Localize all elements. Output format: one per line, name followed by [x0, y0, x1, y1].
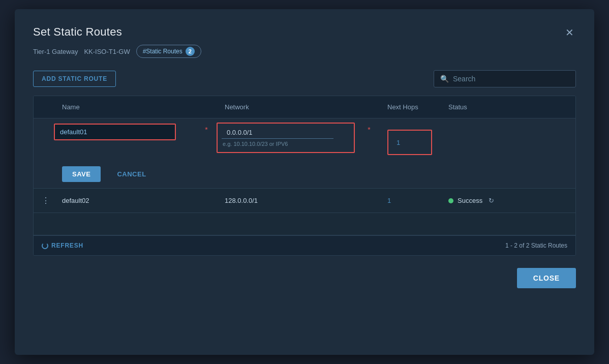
network-input[interactable]	[222, 127, 333, 139]
search-box: 🔍	[434, 70, 576, 87]
row-name: default02	[54, 190, 196, 211]
th-status: Status	[440, 96, 575, 118]
save-button[interactable]: SAVE	[62, 166, 101, 182]
pagination-text: 1 - 2 of 2 Static Routes	[505, 242, 567, 249]
breadcrumb-tier: Tier-1 Gateway	[33, 48, 78, 55]
close-modal-button[interactable]: CLOSE	[517, 268, 576, 288]
breadcrumb-gateway: KK-ISO-T1-GW	[84, 48, 130, 55]
modal-header: Set Static Routes ✕	[33, 25, 576, 40]
modal-close-icon-btn[interactable]: ✕	[563, 25, 576, 40]
refresh-status-icon[interactable]: ↻	[489, 197, 494, 204]
breadcrumb-badge-count: 2	[186, 47, 195, 56]
cancel-button[interactable]: CANCEL	[109, 166, 154, 182]
status-cell: Success ↻	[448, 197, 567, 204]
edit-grid: * e.g. 10.10.10.0/23 or IPV6 * 1	[34, 118, 575, 162]
network-cell: e.g. 10.10.10.0/23 or IPV6	[217, 118, 359, 153]
empty-row	[34, 213, 575, 235]
table-row: ⋮ default02 128.0.0.0/1 1 Success ↻	[34, 189, 575, 213]
modal-container: Set Static Routes ✕ Tier-1 Gateway KK-IS…	[15, 9, 594, 355]
th-menu	[34, 96, 54, 118]
row-dots-menu[interactable]: ⋮	[34, 189, 54, 213]
th-nexthops: Next Hops	[379, 96, 440, 118]
th-req2	[359, 96, 379, 118]
edit-row-dots	[34, 118, 54, 133]
row-req1	[196, 194, 217, 208]
status-cell-edit	[440, 118, 575, 133]
status-dot	[448, 198, 453, 203]
table-footer: REFRESH 1 - 2 of 2 Static Routes	[34, 235, 575, 255]
row-network: 128.0.0.0/1	[217, 190, 359, 211]
network-hint: e.g. 10.10.10.0/23 or IPV6	[218, 139, 354, 147]
next-hops-value: 1	[397, 139, 400, 146]
name-cell	[54, 118, 196, 140]
modal-footer: CLOSE	[33, 268, 576, 288]
status-text: Success	[458, 197, 482, 204]
modal-title: Set Static Routes	[33, 25, 122, 39]
edit-row: * e.g. 10.10.10.0/23 or IPV6 * 1 SAVE	[34, 118, 575, 189]
add-static-route-button[interactable]: ADD STATIC ROUTE	[33, 71, 116, 87]
nexthops-cell-edit: 1	[379, 118, 440, 162]
toolbar: ADD STATIC ROUTE 🔍	[33, 70, 576, 87]
search-input[interactable]	[453, 75, 569, 83]
edit-actions: SAVE CANCEL	[34, 162, 575, 188]
table-header: Name Network Next Hops Status	[34, 96, 575, 118]
row-status: Success ↻	[440, 190, 575, 211]
row-nexthops[interactable]: 1	[379, 190, 440, 211]
breadcrumb: Tier-1 Gateway KK-ISO-T1-GW #Static Rout…	[33, 45, 576, 58]
refresh-label: REFRESH	[51, 242, 83, 249]
th-network: Network	[217, 96, 359, 118]
name-required: *	[196, 118, 217, 141]
row-req2	[359, 194, 379, 208]
breadcrumb-badge-label: #Static Routes	[143, 48, 182, 55]
th-req1	[196, 96, 217, 118]
breadcrumb-badge[interactable]: #Static Routes 2	[136, 45, 201, 58]
refresh-icon	[42, 242, 48, 249]
routes-table: Name Network Next Hops Status * e.g. 10.…	[33, 96, 576, 256]
network-required: *	[359, 118, 379, 141]
refresh-button[interactable]: REFRESH	[42, 242, 83, 249]
name-input[interactable]	[54, 124, 176, 140]
th-name: Name	[54, 96, 196, 118]
search-icon: 🔍	[440, 75, 449, 83]
network-input-wrapper: e.g. 10.10.10.0/23 or IPV6	[217, 123, 355, 153]
next-hops-edit-box[interactable]: 1	[387, 130, 432, 155]
